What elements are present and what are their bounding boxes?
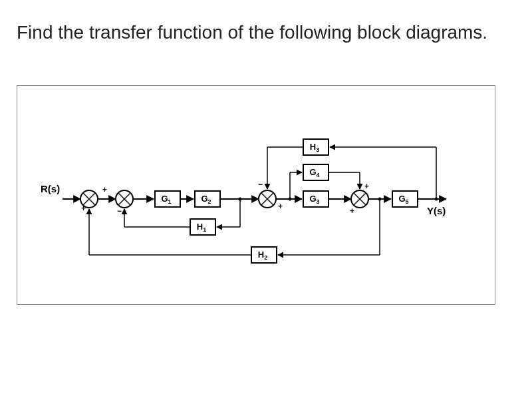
summing-junction-3 [259, 190, 276, 208]
block-g3: G3 [303, 191, 329, 207]
block-diagram-frame: R(s) + + − G1 G2 [17, 85, 495, 305]
sum2-sign-bottom: − [117, 206, 122, 216]
sum4-sign-top: + [364, 182, 369, 191]
summing-junction-2 [116, 190, 133, 208]
svg-point-54 [289, 197, 292, 200]
input-label: R(s) [41, 183, 60, 194]
svg-point-53 [239, 197, 242, 200]
block-h1: H1 [190, 219, 215, 235]
block-diagram: R(s) + + − G1 G2 [17, 86, 496, 306]
block-g5: G5 [392, 191, 418, 207]
svg-point-56 [435, 197, 438, 200]
block-g4: G4 [303, 164, 329, 180]
sum2-sign-top: + [102, 185, 107, 194]
svg-point-55 [378, 197, 382, 200]
sum4-sign-bottom: + [350, 206, 354, 216]
block-h3: H3 [303, 139, 329, 155]
sum3-sign-top: − [258, 180, 263, 189]
problem-statement: Find the transfer function of the follow… [17, 20, 515, 45]
summing-junction-4 [351, 190, 368, 208]
sum1-sign-bottom: + [81, 204, 86, 213]
block-h2: H2 [251, 247, 277, 263]
block-g1: G1 [155, 191, 180, 207]
output-label: Y(s) [427, 205, 446, 216]
block-g2: G2 [195, 191, 220, 207]
sum3-sign-after: + [278, 202, 283, 211]
